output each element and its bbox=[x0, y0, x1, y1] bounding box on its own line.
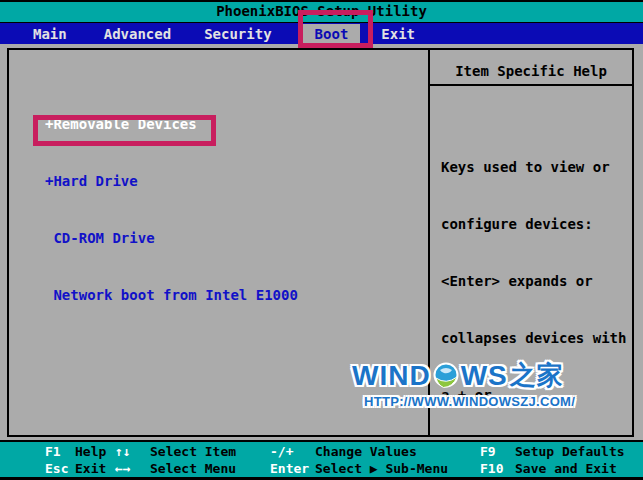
tab-security[interactable]: Security bbox=[200, 24, 275, 44]
boot-item-network-boot[interactable]: Network boot from Intel E1000 bbox=[45, 286, 298, 305]
boot-item-hard-drive[interactable]: +Hard Drive bbox=[45, 172, 298, 191]
watermark-url: HTTP://WWW.WINDOWSZJ.COM/ bbox=[364, 394, 575, 409]
help-line: <Enter> expands or bbox=[441, 272, 626, 291]
help-line: collapses devices with bbox=[441, 329, 626, 348]
globe-icon bbox=[432, 362, 460, 390]
bios-setup-screen: { "title": "PhoenixBIOS Setup Utility", … bbox=[0, 0, 643, 480]
watermark-logo-cn: 之家 bbox=[510, 358, 564, 393]
boot-tab-annotation-box bbox=[298, 10, 373, 48]
removable-devices-annotation-box bbox=[33, 115, 216, 146]
label-select-item: Select Item bbox=[150, 443, 270, 460]
tab-exit[interactable]: Exit bbox=[377, 24, 419, 44]
label-save-and-exit: Save and Exit bbox=[515, 460, 643, 477]
label-select-submenu: Select ▶ Sub-Menu bbox=[315, 460, 480, 477]
watermark: WIND WS 之家 HTTP://WWW.WINDOWSZJ.COM/ bbox=[352, 358, 575, 409]
help-pane-text: Keys used to view or configure devices: … bbox=[441, 120, 626, 480]
help-line: configure devices: bbox=[441, 215, 626, 234]
footer-row-2: Esc Exit ←→ Select Menu Enter Select ▶ S… bbox=[0, 460, 643, 477]
label-change-values: Change Values bbox=[315, 443, 480, 460]
key-f9: F9 bbox=[480, 443, 515, 460]
tab-main[interactable]: Main bbox=[29, 24, 71, 44]
label-exit: Exit bbox=[75, 460, 115, 477]
key-enter: Enter bbox=[270, 460, 315, 477]
tab-advanced[interactable]: Advanced bbox=[100, 24, 175, 44]
key-f1: F1 bbox=[45, 443, 75, 460]
key-esc: Esc bbox=[45, 460, 75, 477]
key-leftright-arrows: ←→ bbox=[115, 460, 150, 477]
label-help: Help bbox=[75, 443, 115, 460]
footer-row-1: F1 Help ↑↓ Select Item -/+ Change Values… bbox=[0, 443, 643, 460]
key-f10: F10 bbox=[480, 460, 515, 477]
watermark-logo-suffix: WS bbox=[461, 360, 508, 392]
footer-keybar: F1 Help ↑↓ Select Item -/+ Change Values… bbox=[0, 440, 643, 480]
watermark-logo: WIND WS 之家 bbox=[352, 358, 575, 393]
help-line: Keys used to view or bbox=[441, 158, 626, 177]
watermark-logo-prefix: WIND bbox=[352, 360, 431, 392]
label-select-menu: Select Menu bbox=[150, 460, 270, 477]
boot-item-cdrom-drive[interactable]: CD-ROM Drive bbox=[45, 229, 298, 248]
help-pane-title: Item Specific Help bbox=[430, 50, 632, 86]
key-minus-plus: -/+ bbox=[270, 443, 315, 460]
key-updown-arrows: ↑↓ bbox=[115, 443, 150, 460]
label-setup-defaults: Setup Defaults bbox=[515, 443, 643, 460]
